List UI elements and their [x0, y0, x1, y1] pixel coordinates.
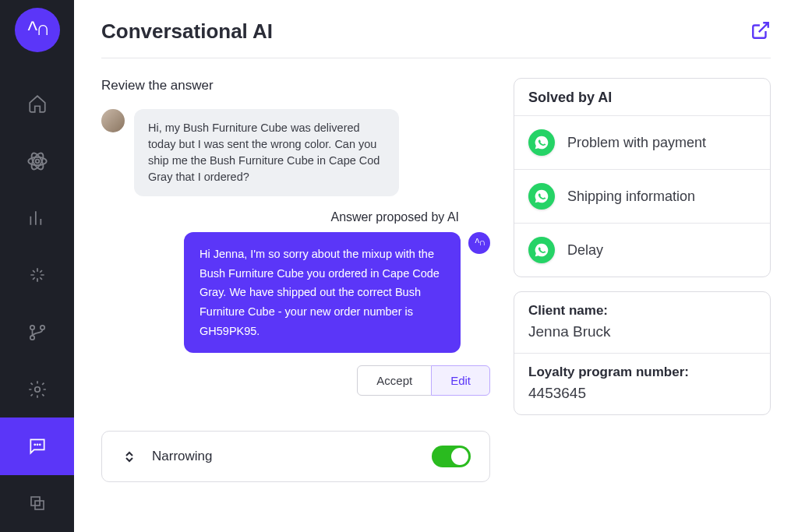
- svg-point-1: [28, 157, 46, 165]
- narrowing-label: Narrowing: [152, 449, 212, 464]
- svg-point-5: [40, 325, 44, 329]
- loyalty-value: 4453645: [528, 385, 756, 402]
- edit-button[interactable]: Edit: [431, 365, 490, 396]
- svg-point-7: [34, 387, 40, 393]
- whatsapp-icon: [528, 183, 555, 210]
- nav-stats[interactable]: [0, 189, 74, 246]
- header: Conversational AI: [101, 19, 771, 58]
- nav-duplicate[interactable]: [0, 475, 74, 532]
- solved-item-shipping[interactable]: Shipping information: [514, 169, 770, 223]
- nav-chat[interactable]: [0, 417, 74, 474]
- solved-panel: Solved by AI Problem with payment Shippi…: [514, 78, 771, 277]
- solved-item-payment[interactable]: Problem with payment: [514, 115, 770, 169]
- ai-answer-label: Answer proposed by AI: [101, 210, 459, 224]
- narrowing-toggle[interactable]: [432, 446, 471, 467]
- client-name-value: Jenna Bruck: [528, 323, 756, 340]
- client-name-label: Client name:: [528, 303, 756, 319]
- review-panel: Review the answer Hi, my Bush Furniture …: [101, 78, 490, 482]
- atom-icon: [26, 150, 48, 172]
- sparkle-icon: [27, 265, 48, 285]
- external-link-icon: [750, 20, 771, 41]
- solved-item-delay[interactable]: Delay: [514, 223, 770, 277]
- ai-avatar: ^∩: [468, 232, 490, 254]
- review-title: Review the answer: [101, 78, 490, 93]
- nav-branch[interactable]: [0, 304, 74, 361]
- nav-atom[interactable]: [0, 132, 74, 189]
- solved-item-label: Delay: [567, 242, 603, 259]
- svg-point-10: [39, 444, 40, 445]
- gear-icon: [27, 379, 48, 400]
- svg-point-9: [37, 444, 37, 445]
- action-buttons: Accept Edit: [101, 365, 490, 396]
- nav-settings[interactable]: [0, 361, 74, 417]
- loyalty-label: Loyalty program number:: [528, 365, 756, 380]
- user-message-row: Hi, my Bush Furniture Cube was delivered…: [101, 109, 490, 196]
- git-branch-icon: [27, 322, 48, 343]
- solved-item-label: Problem with payment: [567, 135, 706, 151]
- open-external-button[interactable]: [750, 20, 771, 44]
- solved-title: Solved by AI: [514, 79, 770, 115]
- user-message-bubble: Hi, my Bush Furniture Cube was delivered…: [134, 109, 399, 196]
- copy-icon: [28, 494, 47, 513]
- sidebar: ^∩: [0, 0, 74, 532]
- ai-message-bubble: Hi Jenna, I'm so sorry about the mixup w…: [184, 232, 461, 353]
- svg-point-0: [35, 159, 39, 163]
- whatsapp-icon: [528, 237, 555, 263]
- accept-button[interactable]: Accept: [357, 365, 432, 396]
- collapse-icon[interactable]: [124, 451, 135, 463]
- chat-icon: [27, 436, 48, 456]
- home-icon: [27, 93, 48, 114]
- svg-point-4: [30, 325, 34, 329]
- nav-home[interactable]: [0, 76, 74, 132]
- logo: ^∩: [15, 8, 60, 52]
- main-content: Conversational AI Review the answer Hi, …: [74, 0, 798, 532]
- bar-chart-icon: [27, 208, 48, 228]
- narrowing-card: Narrowing: [101, 431, 490, 482]
- ai-message-row: Hi Jenna, I'm so sorry about the mixup w…: [101, 232, 490, 353]
- user-avatar: [101, 109, 125, 132]
- whatsapp-icon: [528, 129, 555, 156]
- client-panel: Client name: Jenna Bruck Loyalty program…: [514, 291, 771, 415]
- page-title: Conversational AI: [101, 19, 273, 44]
- nav-activity[interactable]: [0, 247, 74, 304]
- solved-item-label: Shipping information: [567, 188, 695, 205]
- svg-point-6: [30, 335, 34, 339]
- svg-point-8: [34, 444, 35, 445]
- right-panel: Solved by AI Problem with payment Shippi…: [514, 78, 771, 482]
